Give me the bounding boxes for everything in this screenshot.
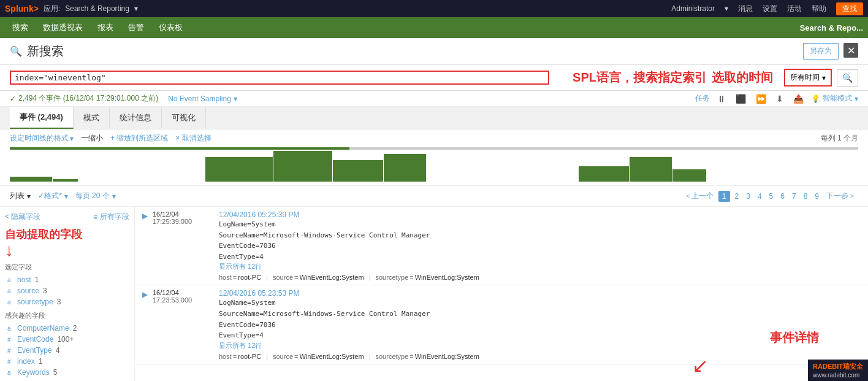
export-icon[interactable]: 📤 bbox=[791, 94, 806, 104]
prev-page-link[interactable]: ＜上一个 bbox=[682, 190, 716, 202]
field-eventcode-name: EventCode bbox=[17, 335, 53, 344]
stop-icon[interactable]: ⬛ bbox=[733, 94, 748, 104]
field-sourcetype[interactable]: a sourcetype 3 bbox=[5, 296, 129, 307]
event-1-tag-host: host = root-PC bbox=[219, 274, 261, 281]
messages-label[interactable]: 消息 bbox=[738, 4, 753, 14]
field-eventtype-name: EventType bbox=[17, 346, 52, 355]
timeline-toolbar: 设定时间线的格式 ▾ 一缩小 + 缩放到所选区域 × 取消选择 每列 1 个月 bbox=[10, 133, 858, 144]
count-text: 2,494 个事件 (16/12/04 17:29:01.000 之前) bbox=[18, 93, 158, 104]
event-2-tag-host: host = root-PC bbox=[219, 353, 261, 360]
page-3-link[interactable]: 3 bbox=[744, 191, 753, 202]
timeline-area: 设定时间线的格式 ▾ 一缩小 + 缩放到所选区域 × 取消选择 每列 1 个月 bbox=[0, 129, 868, 186]
hide-fields-btn[interactable]: < 隐藏字段 bbox=[5, 212, 40, 222]
search-top-button[interactable]: 查找 bbox=[836, 2, 863, 15]
page-4-link[interactable]: 4 bbox=[755, 191, 764, 202]
results-bar: ✓ 2,494 个事件 (16/12/04 17:29:01.000 之前) N… bbox=[0, 91, 868, 107]
timeline-deselect[interactable]: × 取消选择 bbox=[175, 133, 211, 144]
timeline-bars-container bbox=[10, 151, 858, 182]
activity-label[interactable]: 活动 bbox=[787, 4, 802, 14]
event-2-date: 16/12/04 bbox=[153, 289, 214, 296]
results-actions: 任务 ⏸ ⬛ ⏩ ⬇ 📤 💡 智能模式 ▾ bbox=[695, 93, 858, 104]
nav-bar: 搜索 数据透视表 报表 告警 仪表板 Search & Repo... bbox=[0, 17, 868, 38]
search-input[interactable] bbox=[15, 73, 544, 82]
timeline-chart[interactable] bbox=[10, 151, 858, 182]
time-label: 所有时间 bbox=[790, 72, 820, 83]
nav-dashboards[interactable]: 仪表板 bbox=[151, 12, 190, 43]
field-source[interactable]: a source 3 bbox=[5, 285, 129, 296]
all-fields-btn[interactable]: ≡ 所有字段 bbox=[93, 212, 129, 222]
page-6-link[interactable]: 6 bbox=[778, 191, 787, 202]
time-picker[interactable]: 所有时间 ▾ bbox=[784, 69, 832, 87]
tab-events[interactable]: 事件 (2,494) bbox=[10, 107, 74, 129]
event-2-expand-icon[interactable]: ▶ bbox=[142, 289, 148, 360]
watermark-brand: RADEBIT瑞安全 bbox=[813, 363, 863, 370]
nav-alerts[interactable]: 告警 bbox=[121, 12, 151, 43]
sampling-text: No Event Sampling bbox=[168, 94, 231, 103]
smart-mode[interactable]: 💡 智能模式 ▾ bbox=[811, 93, 858, 104]
event-2-tag-source: source = WinEventLog:System bbox=[273, 353, 364, 360]
field-host-count: 1 bbox=[35, 275, 39, 284]
page-2-link[interactable]: 2 bbox=[733, 191, 742, 202]
tab-patterns[interactable]: 模式 bbox=[74, 107, 110, 128]
list-format-btn[interactable]: 列表 ▾ bbox=[10, 191, 31, 201]
nav-reports[interactable]: 报表 bbox=[90, 12, 121, 43]
event-2-timestamp-link[interactable]: 12/04/2016 05:23:53 PM bbox=[219, 289, 299, 298]
field-host[interactable]: a host 1 bbox=[5, 274, 129, 285]
event-1-expand-icon[interactable]: ▶ bbox=[142, 210, 148, 281]
page-1-current[interactable]: 1 bbox=[718, 191, 730, 202]
settings-label[interactable]: 设置 bbox=[763, 4, 777, 14]
bar-5 bbox=[333, 160, 383, 182]
results-count: ✓ 2,494 个事件 (16/12/04 17:29:01.000 之前) bbox=[10, 93, 158, 104]
event-1-show-all[interactable]: 显示所有 12行 bbox=[219, 263, 262, 270]
field-index[interactable]: # index 1 bbox=[5, 356, 129, 367]
download-icon[interactable]: ⬇ bbox=[774, 94, 786, 104]
tabs-bar: 事件 (2,494) 模式 统计信息 可视化 bbox=[0, 107, 868, 129]
field-eventtype[interactable]: # EventType 4 bbox=[5, 345, 129, 356]
sidebar-header: < 隐藏字段 ≡ 所有字段 bbox=[5, 212, 129, 222]
page-7-link[interactable]: 7 bbox=[790, 191, 799, 202]
field-keywords[interactable]: a Keywords 5 bbox=[5, 367, 129, 378]
app-dropdown-icon[interactable]: ▾ bbox=[134, 4, 138, 13]
save-as-button[interactable]: 另存为 bbox=[803, 43, 839, 60]
grid-format-btn[interactable]: ✓格式* ▾ bbox=[38, 191, 68, 201]
sampling-label[interactable]: No Event Sampling ▾ bbox=[168, 94, 237, 103]
page-5-link[interactable]: 5 bbox=[767, 191, 776, 202]
tab-statistics[interactable]: 统计信息 bbox=[110, 107, 162, 128]
next-page-link[interactable]: 下一步＞ bbox=[824, 190, 858, 202]
admin-dropdown[interactable]: ▾ bbox=[725, 4, 728, 13]
timeline-format[interactable]: 设定时间线的格式 ▾ bbox=[10, 133, 74, 144]
field-eventcode[interactable]: # EventCode 100+ bbox=[5, 334, 129, 345]
forward-icon[interactable]: ⏩ bbox=[753, 94, 769, 104]
timeline-zoom[interactable]: + 缩放到所选区域 bbox=[110, 133, 168, 144]
help-label[interactable]: 帮助 bbox=[812, 4, 826, 14]
main-content: < 隐藏字段 ≡ 所有字段 自动提取的字段 ↓ 选定字段 a host 1 a … bbox=[0, 207, 868, 381]
event-1-timestamp-link[interactable]: 12/04/2016 05:25:39 PM bbox=[219, 210, 299, 219]
event-2-show-all[interactable]: 显示所有 12行 bbox=[219, 342, 262, 349]
task-button[interactable]: 任务 bbox=[695, 93, 710, 104]
tab-visualization[interactable]: 可视化 bbox=[162, 107, 206, 128]
pause-icon[interactable]: ⏸ bbox=[715, 94, 728, 104]
event-2-raw: LogName=System SourceName=Microsoft-Wind… bbox=[219, 298, 861, 341]
field-index-name: index bbox=[17, 357, 35, 366]
event-2-tags: host = root-PC | source = WinEventLog:Sy… bbox=[219, 353, 861, 360]
per-page-select[interactable]: 每页 20 个 ▾ bbox=[75, 191, 116, 201]
nav-pivot[interactable]: 数据透视表 bbox=[36, 12, 90, 43]
page-9-link[interactable]: 9 bbox=[812, 191, 821, 202]
field-eventcode-count: 100+ bbox=[57, 335, 74, 344]
field-computername[interactable]: a ComputerName 2 bbox=[5, 323, 129, 334]
search-go-button[interactable]: 🔍 bbox=[837, 69, 858, 87]
tab-events-label: 事件 (2,494) bbox=[20, 112, 63, 121]
timeline-per-col: 每列 1 个月 bbox=[821, 133, 858, 144]
page-8-link[interactable]: 8 bbox=[801, 191, 810, 202]
search-bar: SPL语言，搜索指定索引 选取的时间 所有时间 ▾ 🔍 bbox=[0, 65, 868, 91]
timeline-collapse[interactable]: 一缩小 bbox=[81, 133, 103, 144]
close-button[interactable]: ✕ bbox=[843, 43, 858, 58]
auto-extract-container: 自动提取的字段 ↓ bbox=[5, 227, 129, 259]
field-type-a-icon-2: a bbox=[7, 288, 15, 294]
search-icon: 🔍 bbox=[10, 45, 22, 57]
nav-search[interactable]: 搜索 bbox=[5, 12, 36, 43]
field-type-hash-ec: # bbox=[7, 336, 15, 343]
smart-label: 智能模式 bbox=[823, 93, 852, 104]
admin-label[interactable]: Administrator bbox=[671, 4, 715, 13]
app-name-label[interactable]: Search & Reporting bbox=[65, 4, 129, 13]
